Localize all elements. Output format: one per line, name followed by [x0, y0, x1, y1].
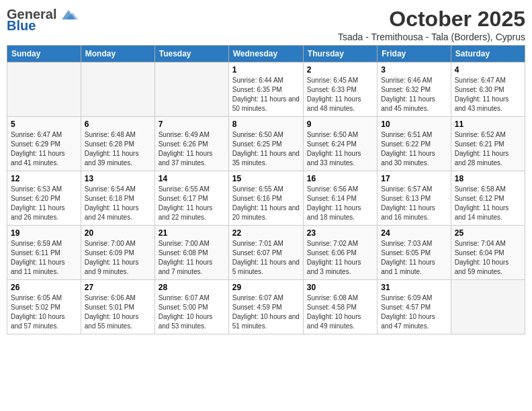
day-info: Sunrise: 6:09 AM Sunset: 4:57 PM Dayligh…: [381, 293, 447, 331]
day-number: 27: [85, 283, 151, 292]
calendar-cell: [81, 62, 154, 117]
calendar-cell: [7, 62, 81, 117]
day-number: 15: [232, 174, 300, 183]
day-info: Sunrise: 7:02 AM Sunset: 6:06 PM Dayligh…: [307, 239, 373, 277]
day-info: Sunrise: 7:01 AM Sunset: 6:07 PM Dayligh…: [232, 239, 300, 277]
day-info: Sunrise: 6:52 AM Sunset: 6:21 PM Dayligh…: [455, 130, 521, 168]
calendar-cell: 8Sunrise: 6:50 AM Sunset: 6:25 PM Daylig…: [228, 117, 303, 171]
calendar-cell: 29Sunrise: 6:07 AM Sunset: 4:59 PM Dayli…: [228, 280, 303, 334]
day-number: 31: [381, 283, 447, 292]
calendar-cell: 24Sunrise: 7:03 AM Sunset: 6:05 PM Dayli…: [378, 226, 451, 280]
calendar-table: Sunday Monday Tuesday Wednesday Thursday…: [7, 45, 525, 334]
day-info: Sunrise: 6:08 AM Sunset: 4:58 PM Dayligh…: [307, 293, 373, 331]
day-number: 11: [455, 120, 521, 129]
calendar-cell: 23Sunrise: 7:02 AM Sunset: 6:06 PM Dayli…: [303, 226, 377, 280]
calendar-cell: 12Sunrise: 6:53 AM Sunset: 6:20 PM Dayli…: [7, 171, 81, 226]
calendar-cell: 14Sunrise: 6:55 AM Sunset: 6:17 PM Dayli…: [154, 171, 228, 226]
day-number: 22: [232, 228, 300, 238]
calendar-cell: 11Sunrise: 6:52 AM Sunset: 6:21 PM Dayli…: [451, 117, 525, 171]
calendar-header-row: Sunday Monday Tuesday Wednesday Thursday…: [7, 46, 525, 62]
header-thursday: Thursday: [303, 46, 377, 62]
day-info: Sunrise: 6:55 AM Sunset: 6:17 PM Dayligh…: [159, 185, 225, 222]
day-number: 20: [85, 228, 151, 238]
day-number: 5: [11, 120, 77, 129]
calendar-cell: 26Sunrise: 6:05 AM Sunset: 5:02 PM Dayli…: [7, 280, 81, 334]
calendar-week-4: 19Sunrise: 6:59 AM Sunset: 6:11 PM Dayli…: [7, 226, 525, 280]
header-wednesday: Wednesday: [228, 46, 303, 62]
month-title: October 2025: [338, 7, 525, 32]
calendar-cell: 2Sunrise: 6:45 AM Sunset: 6:33 PM Daylig…: [303, 62, 377, 117]
day-info: Sunrise: 7:04 AM Sunset: 6:04 PM Dayligh…: [455, 239, 521, 277]
header-tuesday: Tuesday: [154, 46, 228, 62]
day-info: Sunrise: 6:50 AM Sunset: 6:25 PM Dayligh…: [232, 130, 300, 168]
header-sunday: Sunday: [7, 46, 81, 62]
day-number: 12: [11, 174, 77, 183]
day-info: Sunrise: 6:50 AM Sunset: 6:24 PM Dayligh…: [307, 130, 373, 168]
day-number: 26: [11, 283, 77, 292]
calendar-cell: 3Sunrise: 6:46 AM Sunset: 6:32 PM Daylig…: [378, 62, 451, 117]
day-number: 3: [381, 65, 447, 75]
day-number: 17: [381, 174, 447, 183]
day-info: Sunrise: 6:58 AM Sunset: 6:12 PM Dayligh…: [455, 185, 521, 222]
day-number: 14: [159, 174, 225, 183]
day-number: 25: [455, 228, 521, 238]
day-info: Sunrise: 6:05 AM Sunset: 5:02 PM Dayligh…: [11, 293, 77, 331]
day-number: 7: [159, 120, 225, 129]
title-section: October 2025 Tsada - Tremithousa - Tala …: [338, 7, 525, 42]
day-info: Sunrise: 7:00 AM Sunset: 6:09 PM Dayligh…: [85, 239, 151, 277]
calendar-cell: 10Sunrise: 6:51 AM Sunset: 6:22 PM Dayli…: [378, 117, 451, 171]
calendar-cell: 25Sunrise: 7:04 AM Sunset: 6:04 PM Dayli…: [451, 226, 525, 280]
day-info: Sunrise: 6:44 AM Sunset: 6:35 PM Dayligh…: [232, 76, 300, 113]
day-info: Sunrise: 6:55 AM Sunset: 6:16 PM Dayligh…: [232, 185, 300, 222]
day-info: Sunrise: 6:07 AM Sunset: 4:59 PM Dayligh…: [232, 293, 300, 331]
day-info: Sunrise: 6:57 AM Sunset: 6:13 PM Dayligh…: [381, 185, 447, 222]
day-number: 10: [381, 120, 447, 129]
calendar-cell: 20Sunrise: 7:00 AM Sunset: 6:09 PM Dayli…: [81, 226, 154, 280]
calendar-week-5: 26Sunrise: 6:05 AM Sunset: 5:02 PM Dayli…: [7, 280, 525, 334]
calendar-cell: 4Sunrise: 6:47 AM Sunset: 6:30 PM Daylig…: [451, 62, 525, 117]
header-friday: Friday: [378, 46, 451, 62]
logo: General Blue: [7, 7, 78, 34]
calendar-cell: 22Sunrise: 7:01 AM Sunset: 6:07 PM Dayli…: [228, 226, 303, 280]
day-info: Sunrise: 6:54 AM Sunset: 6:18 PM Dayligh…: [85, 185, 151, 222]
day-info: Sunrise: 6:59 AM Sunset: 6:11 PM Dayligh…: [11, 239, 77, 277]
header-monday: Monday: [81, 46, 154, 62]
day-number: 9: [307, 120, 373, 129]
day-number: 18: [455, 174, 521, 183]
day-info: Sunrise: 6:47 AM Sunset: 6:30 PM Dayligh…: [455, 76, 521, 113]
calendar-cell: 17Sunrise: 6:57 AM Sunset: 6:13 PM Dayli…: [378, 171, 451, 226]
day-info: Sunrise: 6:07 AM Sunset: 5:00 PM Dayligh…: [159, 293, 225, 331]
calendar-cell: [154, 62, 228, 117]
calendar-cell: 28Sunrise: 6:07 AM Sunset: 5:00 PM Dayli…: [154, 280, 228, 334]
calendar-cell: 21Sunrise: 7:00 AM Sunset: 6:08 PM Dayli…: [154, 226, 228, 280]
day-number: 30: [307, 283, 373, 292]
day-info: Sunrise: 7:03 AM Sunset: 6:05 PM Dayligh…: [381, 239, 447, 277]
day-info: Sunrise: 7:00 AM Sunset: 6:08 PM Dayligh…: [159, 239, 225, 277]
day-number: 1: [232, 65, 300, 75]
day-info: Sunrise: 6:56 AM Sunset: 6:14 PM Dayligh…: [307, 185, 373, 222]
calendar-cell: 31Sunrise: 6:09 AM Sunset: 4:57 PM Dayli…: [378, 280, 451, 334]
day-number: 28: [159, 283, 225, 292]
calendar-cell: 30Sunrise: 6:08 AM Sunset: 4:58 PM Dayli…: [303, 280, 377, 334]
calendar-cell: 1Sunrise: 6:44 AM Sunset: 6:35 PM Daylig…: [228, 62, 303, 117]
day-info: Sunrise: 6:53 AM Sunset: 6:20 PM Dayligh…: [11, 185, 77, 222]
location-subtitle: Tsada - Tremithousa - Tala (Borders), Cy…: [338, 32, 525, 42]
day-info: Sunrise: 6:46 AM Sunset: 6:32 PM Dayligh…: [381, 76, 447, 113]
calendar-week-2: 5Sunrise: 6:47 AM Sunset: 6:29 PM Daylig…: [7, 117, 525, 171]
calendar-cell: 19Sunrise: 6:59 AM Sunset: 6:11 PM Dayli…: [7, 226, 81, 280]
calendar-cell: 18Sunrise: 6:58 AM Sunset: 6:12 PM Dayli…: [451, 171, 525, 226]
calendar-cell: 6Sunrise: 6:48 AM Sunset: 6:28 PM Daylig…: [81, 117, 154, 171]
day-number: 21: [159, 228, 225, 238]
calendar-cell: 5Sunrise: 6:47 AM Sunset: 6:29 PM Daylig…: [7, 117, 81, 171]
calendar-cell: 13Sunrise: 6:54 AM Sunset: 6:18 PM Dayli…: [81, 171, 154, 226]
day-info: Sunrise: 6:51 AM Sunset: 6:22 PM Dayligh…: [381, 130, 447, 168]
calendar-cell: 7Sunrise: 6:49 AM Sunset: 6:26 PM Daylig…: [154, 117, 228, 171]
day-number: 19: [11, 228, 77, 238]
calendar-cell: 16Sunrise: 6:56 AM Sunset: 6:14 PM Dayli…: [303, 171, 377, 226]
calendar-cell: 9Sunrise: 6:50 AM Sunset: 6:24 PM Daylig…: [303, 117, 377, 171]
day-info: Sunrise: 6:49 AM Sunset: 6:26 PM Dayligh…: [159, 130, 225, 168]
day-number: 16: [307, 174, 373, 183]
day-info: Sunrise: 6:06 AM Sunset: 5:01 PM Dayligh…: [85, 293, 151, 331]
logo-icon: [59, 7, 78, 22]
page-header: General Blue October 2025 Tsada - Tremit…: [7, 7, 525, 42]
